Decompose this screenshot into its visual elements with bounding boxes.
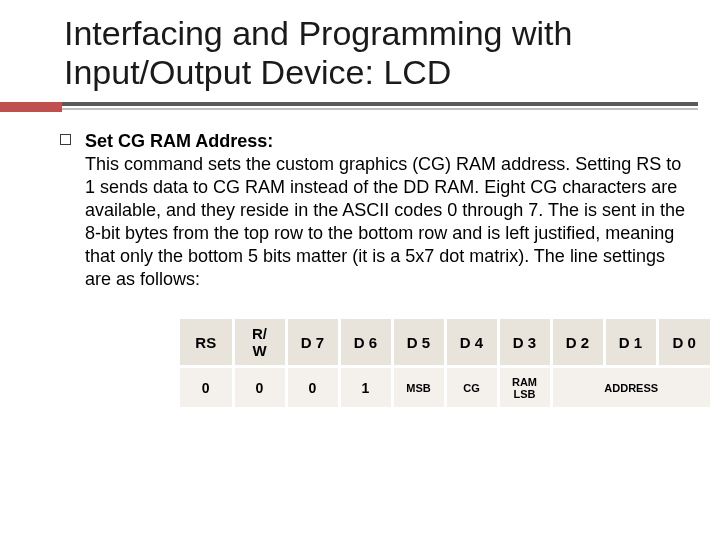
col-d0: D 0 (657, 319, 710, 367)
col-d2: D 2 (551, 319, 604, 367)
section-heading: Set CG RAM Address: (85, 131, 273, 151)
content-area: Set CG RAM Address: This command sets th… (0, 130, 720, 407)
title-rule (0, 102, 720, 116)
col-d1: D 1 (604, 319, 657, 367)
cell-d5: MSB (392, 367, 445, 407)
cell-rw: 0 (233, 367, 286, 407)
col-d5: D 5 (392, 319, 445, 367)
cell-d7: 0 (286, 367, 339, 407)
body-text: Set CG RAM Address: This command sets th… (85, 130, 690, 291)
bullet-item: Set CG RAM Address: This command sets th… (60, 130, 690, 291)
col-d7: D 7 (286, 319, 339, 367)
section-body: This command sets the custom graphics (C… (85, 154, 685, 289)
cell-address: ADDRESS (551, 367, 710, 407)
col-rw: R/ W (233, 319, 286, 367)
table-row: 0 0 0 1 MSB CG RAM LSB ADDRESS (180, 367, 710, 407)
col-rs: RS (180, 319, 233, 367)
square-bullet-icon (60, 134, 71, 145)
cell-d3: RAM LSB (498, 367, 551, 407)
accent-bar (0, 102, 62, 112)
col-d6: D 6 (339, 319, 392, 367)
table-header-row: RS R/ W D 7 D 6 D 5 D 4 D 3 D 2 D 1 D 0 (180, 319, 710, 367)
col-d4: D 4 (445, 319, 498, 367)
col-d3: D 3 (498, 319, 551, 367)
slide-title: Interfacing and Programming with Input/O… (0, 0, 720, 102)
cell-d4: CG (445, 367, 498, 407)
cell-d6: 1 (339, 367, 392, 407)
bit-table: RS R/ W D 7 D 6 D 5 D 4 D 3 D 2 D 1 D 0 … (180, 319, 710, 407)
cell-rs: 0 (180, 367, 233, 407)
